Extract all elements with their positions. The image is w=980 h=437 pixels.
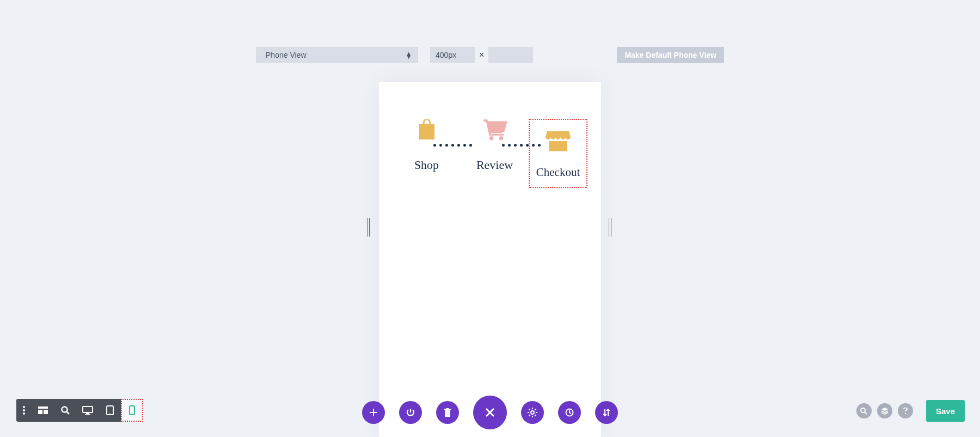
history-button[interactable]: [558, 401, 581, 424]
bottom-right-controls: Save: [856, 400, 965, 422]
dimension-separator: ×: [479, 50, 484, 60]
cart-icon: [482, 119, 507, 142]
svg-line-10: [66, 412, 69, 415]
trash-button[interactable]: [436, 401, 459, 424]
sort-button[interactable]: [595, 401, 618, 424]
svg-point-17: [132, 413, 133, 414]
save-button[interactable]: Save: [926, 400, 965, 422]
save-label: Save: [936, 406, 955, 416]
resize-handle-right[interactable]: [609, 218, 613, 236]
step-label: Review: [476, 158, 513, 172]
svg-point-4: [23, 409, 25, 411]
select-sort-icon: ▲▼: [406, 52, 412, 58]
svg-rect-8: [44, 410, 48, 414]
builder-action-bar: [362, 396, 618, 429]
svg-rect-2: [549, 141, 567, 151]
step-label: Shop: [414, 158, 439, 172]
step-label: Checkout: [536, 166, 580, 179]
svg-rect-20: [445, 410, 450, 417]
svg-rect-11: [83, 406, 93, 412]
layers-icon[interactable]: [877, 403, 892, 418]
phone-icon[interactable]: [121, 399, 143, 422]
svg-point-9: [62, 407, 67, 412]
svg-point-38: [905, 412, 906, 414]
tablet-icon[interactable]: [99, 399, 121, 422]
svg-point-5: [23, 412, 25, 415]
svg-line-31: [535, 415, 536, 416]
svg-rect-22: [446, 408, 449, 409]
svg-line-30: [529, 409, 530, 410]
phone-preview-canvas: Shop Review Checkout: [379, 82, 601, 437]
menu-icon[interactable]: [16, 399, 32, 422]
step-checkout[interactable]: Checkout: [529, 119, 587, 188]
view-select[interactable]: Phone View ▲▼: [256, 47, 418, 63]
wireframe-icon[interactable]: [32, 399, 54, 422]
dimension-group: 400px ×: [430, 47, 533, 63]
svg-rect-13: [85, 414, 90, 415]
add-button[interactable]: [362, 401, 385, 424]
svg-point-15: [109, 413, 111, 414]
svg-line-36: [865, 412, 867, 414]
responsive-top-controls: Phone View ▲▼ 400px × Make Default Phone…: [0, 47, 980, 63]
svg-point-35: [861, 408, 865, 412]
view-select-label: Phone View: [266, 51, 306, 59]
make-default-button[interactable]: Make Default Phone View: [617, 47, 724, 63]
step-connector-dots: [433, 144, 472, 147]
store-icon: [546, 130, 571, 153]
steps-row: Shop Review Checkout: [379, 119, 601, 188]
width-input[interactable]: 400px: [430, 47, 475, 63]
gear-button[interactable]: [521, 401, 544, 424]
height-input[interactable]: [488, 47, 533, 63]
power-button[interactable]: [399, 401, 422, 424]
svg-point-1: [499, 136, 503, 141]
bag-icon: [418, 119, 436, 142]
zoom-icon[interactable]: [54, 399, 76, 422]
close-button[interactable]: [473, 396, 507, 429]
svg-marker-37: [881, 408, 888, 411]
svg-line-33: [529, 415, 530, 416]
svg-rect-7: [38, 410, 42, 414]
desktop-icon[interactable]: [76, 399, 99, 422]
svg-point-3: [23, 406, 25, 408]
svg-point-25: [531, 411, 534, 414]
svg-rect-12: [86, 413, 89, 414]
svg-point-0: [489, 136, 493, 141]
width-value: 400px: [436, 51, 456, 59]
device-toolbar: [16, 399, 143, 422]
help-icon[interactable]: [898, 403, 913, 418]
search-icon[interactable]: [856, 403, 872, 418]
svg-rect-6: [38, 406, 48, 409]
svg-rect-19: [370, 412, 377, 413]
svg-line-32: [535, 409, 536, 410]
step-connector-dots: [502, 144, 541, 147]
make-default-label: Make Default Phone View: [624, 51, 716, 59]
resize-handle-left[interactable]: [367, 218, 371, 236]
